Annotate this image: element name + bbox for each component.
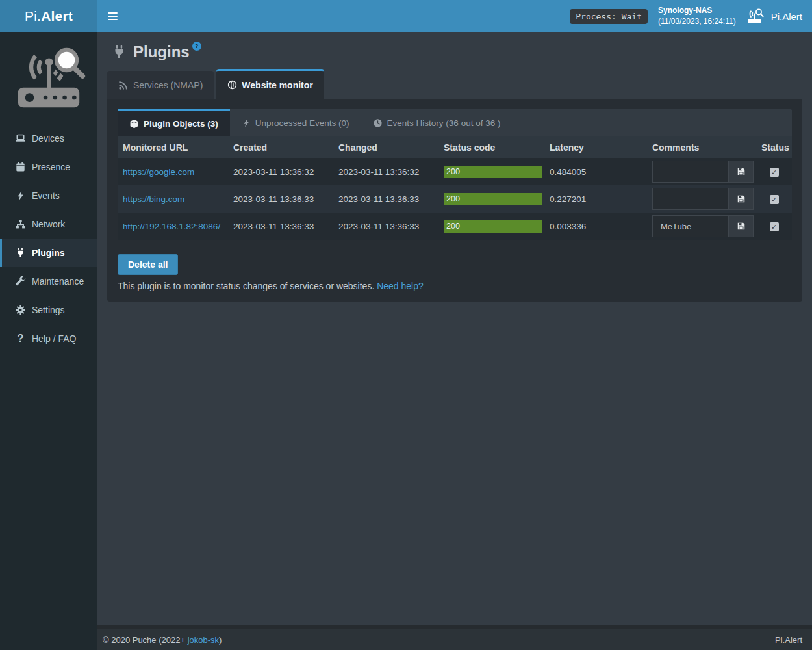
- navbar: Process: Wait Synology-NAS (11/03/2023, …: [97, 0, 812, 32]
- tab-events-history[interactable]: Events History (36 out of 36 ): [361, 109, 513, 136]
- status-checkbox[interactable]: ✓: [770, 195, 779, 204]
- tab-label: Unprocessed Events (0): [255, 118, 349, 128]
- sidebar-item-help-faq[interactable]: ? Help / FAQ: [0, 324, 97, 353]
- router-search-icon: [746, 8, 766, 24]
- help-badge[interactable]: ?: [192, 42, 201, 51]
- save-comment-button[interactable]: [728, 161, 754, 183]
- tab-unprocessed-events[interactable]: Unprocessed Events (0): [230, 109, 361, 136]
- sidebar-item-settings[interactable]: Settings: [0, 296, 97, 324]
- plug-icon: [112, 45, 127, 59]
- comment-input[interactable]: [652, 188, 728, 210]
- sidebar-item-maintenance[interactable]: Maintenance: [0, 267, 97, 296]
- col-changed: Changed: [333, 136, 438, 158]
- latency-cell: 0.003336: [544, 213, 647, 240]
- created-cell: 2023-03-11 13:36:33: [228, 185, 333, 213]
- host-timestamp: (11/03/2023, 16:24:11): [658, 16, 736, 27]
- save-icon: [737, 167, 746, 176]
- pialert-app: Pi.Alert Process: Wait Synology-NAS (11/…: [0, 0, 812, 650]
- monitored-url-link[interactable]: https://google.com: [123, 167, 194, 177]
- content-area: Plugins ? Services (NMAP) Website monito…: [97, 32, 812, 625]
- table-row: https://google.com 2023-03-11 13:36:32 2…: [118, 158, 792, 185]
- table-header-row: Monitored URL Created Changed Status cod…: [118, 136, 792, 158]
- cube-icon: [129, 119, 139, 129]
- save-icon: [737, 194, 746, 203]
- sidebar-item-label: Presence: [32, 162, 70, 172]
- sidebar-item-label: Settings: [32, 305, 65, 315]
- host-name: Synology-NAS: [658, 5, 736, 16]
- sidebar-item-events[interactable]: Events: [0, 181, 97, 210]
- sidebar-item-label: Help / FAQ: [32, 333, 76, 344]
- need-help-link[interactable]: Need help?: [377, 281, 424, 291]
- page-title: Plugins: [133, 43, 190, 61]
- status-code-bar: 200: [444, 193, 542, 205]
- created-cell: 2023-03-11 13:36:32: [228, 158, 333, 185]
- wrench-icon: [15, 276, 26, 287]
- table-row: https://bing.com 2023-03-11 13:36:33 202…: [118, 185, 792, 213]
- sidebar-logo: [0, 32, 97, 124]
- header-app-name: Pi.Alert: [771, 11, 802, 22]
- footer-credits: © 2020 Puche (2022+ jokob-sk): [103, 635, 222, 645]
- sidebar-item-network[interactable]: Network: [0, 210, 97, 239]
- process-status-badge: Process: Wait: [570, 9, 648, 24]
- top-header: Pi.Alert Process: Wait Synology-NAS (11/…: [0, 0, 812, 32]
- status-checkbox[interactable]: ✓: [770, 168, 779, 177]
- plugin-tabs: Services (NMAP) Website monitor: [107, 69, 802, 99]
- latency-cell: 0.484005: [544, 158, 647, 185]
- tab-label: Services (NMAP): [133, 80, 203, 90]
- delete-all-button[interactable]: Delete all: [118, 254, 178, 275]
- router-search-logo-icon: [10, 42, 87, 115]
- header-app-link[interactable]: Pi.Alert: [746, 8, 802, 24]
- save-comment-button[interactable]: [728, 215, 754, 237]
- changed-cell: 2023-03-11 13:36:32: [333, 158, 438, 185]
- website-monitor-panel: Plugin Objects (3) Unprocessed Events (0…: [107, 99, 802, 302]
- sidebar: Devices Presence Events Network: [0, 32, 97, 650]
- plugin-objects-table: Monitored URL Created Changed Status cod…: [118, 136, 792, 240]
- created-cell: 2023-03-11 13:36:33: [228, 213, 333, 240]
- question-icon: ?: [15, 332, 26, 345]
- sidebar-toggle-icon[interactable]: [97, 0, 127, 32]
- signal-icon: [118, 80, 129, 90]
- sidebar-item-label: Maintenance: [32, 276, 84, 287]
- comment-input[interactable]: [652, 161, 728, 183]
- footer-app-name: Pi.Alert: [775, 635, 802, 645]
- clock-icon: [373, 118, 383, 128]
- tab-label: Plugin Objects (3): [144, 119, 218, 129]
- tab-label: Website monitor: [242, 80, 312, 90]
- sidebar-item-devices[interactable]: Devices: [0, 124, 97, 153]
- tab-services-nmap[interactable]: Services (NMAP): [107, 71, 214, 99]
- col-monitored-url: Monitored URL: [118, 136, 228, 158]
- brand-alert: Alert: [41, 8, 73, 23]
- monitored-url-link[interactable]: https://bing.com: [123, 194, 184, 204]
- table-row: http://192.168.1.82:8086/ 2023-03-11 13:…: [118, 213, 792, 240]
- col-created: Created: [228, 136, 333, 158]
- save-icon: [737, 222, 746, 231]
- jokob-sk-link[interactable]: jokob-sk: [188, 635, 219, 645]
- brand-pi: Pi.: [25, 8, 41, 23]
- sidebar-item-label: Devices: [32, 133, 64, 144]
- page-header: Plugins ?: [97, 32, 812, 69]
- sidebar-item-presence[interactable]: Presence: [0, 153, 97, 181]
- latency-cell: 0.227201: [544, 185, 647, 213]
- brand-logo[interactable]: Pi.Alert: [0, 0, 97, 32]
- sidebar-item-plugins[interactable]: Plugins: [0, 239, 97, 267]
- gear-icon: [15, 305, 26, 315]
- comment-input[interactable]: [652, 215, 728, 237]
- save-comment-button[interactable]: [728, 188, 754, 210]
- tab-plugin-objects[interactable]: Plugin Objects (3): [118, 109, 230, 136]
- col-latency: Latency: [544, 136, 647, 158]
- col-status-code: Status code: [438, 136, 544, 158]
- sidebar-item-label: Plugins: [32, 248, 65, 258]
- status-code-bar: 200: [444, 220, 542, 233]
- sidebar-item-label: Network: [32, 219, 65, 229]
- tab-website-monitor[interactable]: Website monitor: [216, 69, 324, 99]
- col-status: Status: [756, 136, 792, 158]
- object-tabs: Plugin Objects (3) Unprocessed Events (0…: [118, 109, 792, 136]
- plug-icon: [15, 248, 26, 258]
- status-code-bar: 200: [444, 166, 542, 178]
- status-checkbox[interactable]: ✓: [770, 222, 779, 231]
- footer: © 2020 Puche (2022+ jokob-sk) Pi.Alert: [97, 625, 812, 650]
- monitored-url-link[interactable]: http://192.168.1.82:8086/: [123, 222, 220, 231]
- sidebar-item-label: Events: [32, 190, 60, 201]
- changed-cell: 2023-03-11 13:36:33: [333, 185, 438, 213]
- host-info: Synology-NAS (11/03/2023, 16:24:11): [658, 5, 736, 27]
